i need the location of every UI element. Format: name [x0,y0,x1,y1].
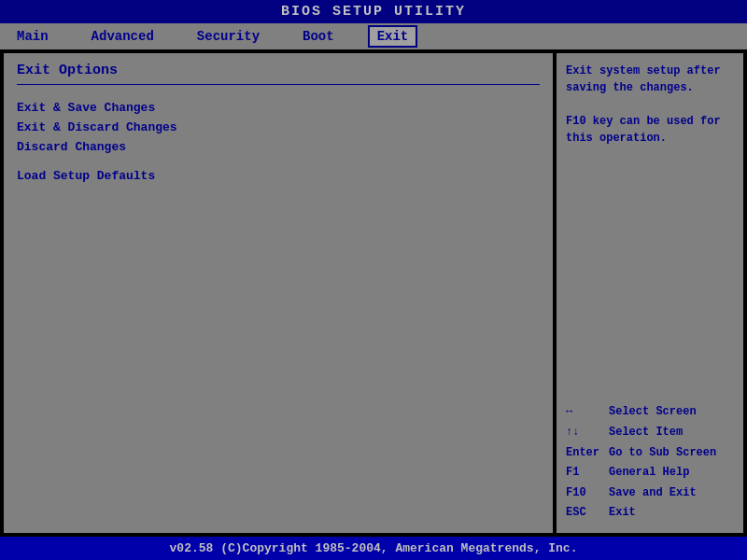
menu-bar: MainAdvancedSecurityBootExit [0,23,747,49]
footer: v02.58 (C)Copyright 1985-2004, American … [0,537,747,560]
key-desc: General Help [609,463,689,483]
bios-screen: BIOS SETUP UTILITY MainAdvancedSecurityB… [0,0,747,560]
left-panel: Exit Options Exit & Save ChangesExit & D… [4,53,553,533]
key-desc: Select Screen [609,402,697,423]
options-list: Exit & Save ChangesExit & Discard Change… [17,98,540,186]
left-panel-title: Exit Options [17,63,540,78]
menu-item-exit[interactable]: Exit [370,27,416,46]
left-panel-divider [17,84,540,85]
key-row-ESC: ESCExit [566,503,734,524]
menu-item-security[interactable]: Security [190,27,267,46]
content-area: Exit Options Exit & Save ChangesExit & D… [0,49,747,537]
key-name: ↔ [566,402,603,423]
key-row-Enter: EnterGo to Sub Screen [566,443,734,464]
option-discard-changes[interactable]: Discard Changes [17,137,540,157]
title-text: BIOS SETUP UTILITY [281,4,466,20]
option-exit-&-discard-changes[interactable]: Exit & Discard Changes [17,118,540,137]
key-name: F1 [566,463,603,483]
key-name: ↑↓ [566,423,603,443]
menu-item-boot[interactable]: Boot [295,27,342,46]
key-row-: ↑↓Select Item [566,423,734,443]
menu-item-advanced[interactable]: Advanced [84,27,162,46]
option-exit-&-save-changes[interactable]: Exit & Save Changes [17,98,540,118]
title-bar: BIOS SETUP UTILITY [0,0,747,23]
key-row-F1: F1General Help [566,463,734,483]
key-row-F10: F10Save and Exit [566,483,734,504]
key-desc: Go to Sub Screen [609,443,716,464]
key-desc: Select Item [609,423,683,443]
right-panel: Exit system setup after saving the chang… [557,53,743,533]
key-name: F10 [566,483,603,504]
key-name: Enter [566,443,603,464]
right-description: Exit system setup after saving the chang… [566,63,734,147]
key-name: ESC [566,503,603,524]
menu-item-main[interactable]: Main [9,27,56,46]
option-load-setup-defaults[interactable]: Load Setup Defaults [17,166,540,186]
key-row-: ↔Select Screen [566,402,734,423]
key-desc: Exit [609,503,636,524]
key-desc: Save and Exit [609,483,697,504]
footer-text: v02.58 (C)Copyright 1985-2004, American … [170,541,578,555]
right-keys: ↔Select Screen↑↓Select ItemEnterGo to Su… [566,402,734,524]
